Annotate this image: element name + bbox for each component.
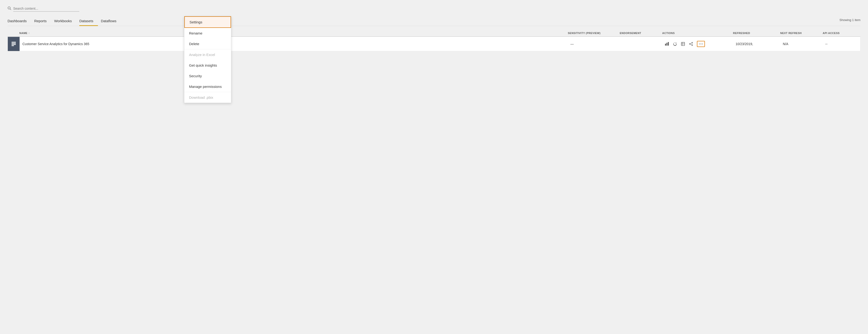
search-input[interactable] xyxy=(13,6,79,11)
svg-line-16 xyxy=(690,43,692,44)
col-header-next-refresh: NEXT REFRESH xyxy=(780,32,823,34)
menu-item-quick-insights[interactable]: Get quick insights xyxy=(184,60,231,71)
main-container: Dashboards Reports Workbooks Datasets Da… xyxy=(0,0,868,57)
table-row: Customer Service Analytics for Dynamics … xyxy=(7,37,861,51)
col-header-actions: ACTIONS xyxy=(662,32,733,34)
svg-point-15 xyxy=(689,44,690,45)
tab-workbooks[interactable]: Workbooks xyxy=(54,17,76,26)
col-header-api-access: API ACCESS xyxy=(823,32,861,34)
share-icon[interactable] xyxy=(689,42,693,46)
svg-point-13 xyxy=(692,42,693,43)
tabs-row: Dashboards Reports Workbooks Datasets Da… xyxy=(7,16,861,26)
tab-dashboards[interactable]: Dashboards xyxy=(7,17,31,26)
col-header-endorsement: ENDORSEMENT xyxy=(620,32,662,34)
tab-reports[interactable]: Reports xyxy=(34,17,52,26)
more-options-button[interactable] xyxy=(697,41,705,47)
svg-rect-3 xyxy=(11,43,16,44)
svg-rect-6 xyxy=(665,44,666,46)
bar-chart-icon[interactable] xyxy=(665,42,669,46)
table-wrapper: NAME ↑ SENSITIVITY (preview) ENDORSEMENT… xyxy=(7,30,861,51)
menu-item-settings[interactable]: Settings xyxy=(184,16,231,28)
analyze-icon[interactable] xyxy=(681,42,685,46)
row-endorsement xyxy=(619,42,662,46)
svg-rect-7 xyxy=(666,43,668,46)
refresh-icon[interactable] xyxy=(673,42,677,46)
col-header-name: NAME ↑ xyxy=(19,32,568,34)
svg-rect-4 xyxy=(11,44,16,45)
svg-rect-9 xyxy=(681,42,685,46)
tab-dataflows[interactable]: Dataflows xyxy=(101,17,121,26)
menu-item-download-pbix: Download .pbix xyxy=(184,92,231,103)
sort-icon: ↑ xyxy=(28,32,30,34)
context-menu: Settings Rename Delete Analyze in Excel … xyxy=(184,16,231,103)
row-dataset-name: Customer Service Analytics for Dynamics … xyxy=(20,40,567,48)
row-sensitivity: — xyxy=(567,40,619,48)
svg-rect-2 xyxy=(11,42,16,43)
actions-cell xyxy=(662,39,733,49)
menu-item-analyze-excel: Analyze in Excel xyxy=(184,49,231,60)
svg-line-1 xyxy=(10,9,11,10)
row-refreshed: 10/23/2019, xyxy=(733,40,780,48)
tab-datasets[interactable]: Datasets xyxy=(79,17,98,26)
table-header: NAME ↑ SENSITIVITY (preview) ENDORSEMENT… xyxy=(7,30,861,37)
svg-point-18 xyxy=(699,44,700,45)
col-header-refreshed: REFRESHED xyxy=(733,32,780,34)
menu-item-delete[interactable]: Delete xyxy=(184,38,231,49)
svg-rect-5 xyxy=(11,45,14,46)
svg-rect-8 xyxy=(668,42,669,46)
showing-count: Showing 1 item xyxy=(839,18,861,24)
svg-line-17 xyxy=(690,44,692,45)
search-bar xyxy=(7,6,83,11)
col-header-sensitivity: SENSITIVITY (preview) xyxy=(568,32,620,34)
row-dataset-icon xyxy=(8,37,20,51)
svg-point-20 xyxy=(702,44,703,45)
row-next-refresh: N/A xyxy=(780,40,823,48)
row-api-access: -- xyxy=(823,40,860,48)
search-icon xyxy=(7,6,11,11)
svg-point-14 xyxy=(692,45,693,46)
menu-item-manage-permissions[interactable]: Manage permissions xyxy=(184,81,231,92)
menu-item-rename[interactable]: Rename xyxy=(184,28,231,38)
menu-item-security[interactable]: Security xyxy=(184,71,231,81)
svg-point-19 xyxy=(701,44,702,45)
